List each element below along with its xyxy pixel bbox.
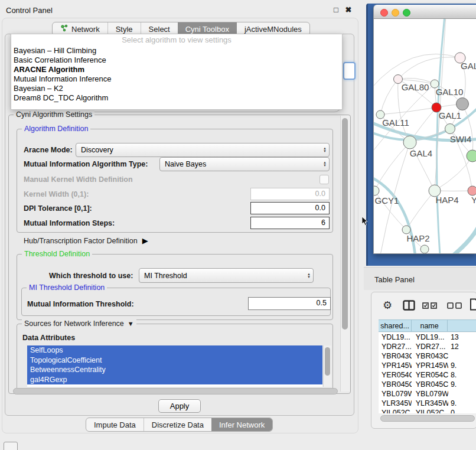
which-threshold-combo[interactable]: MI Threshold ▲▼	[139, 268, 314, 283]
list-item[interactable]: BetweennessCentrality	[27, 365, 322, 375]
close-window-icon[interactable]	[380, 9, 388, 17]
table-panel-bar: Table Panel	[364, 267, 476, 290]
network-node[interactable]	[402, 226, 410, 234]
algorithm-option-selected[interactable]: ARACNE Algorithm	[11, 65, 342, 74]
float-panel-button[interactable]: □	[331, 5, 341, 15]
control-panel-titlebar: Control Panel □ ✖	[0, 0, 360, 18]
network-node[interactable]	[468, 186, 476, 195]
network-edge[interactable]	[406, 191, 435, 230]
algorithm-option[interactable]: Basic Correlation Inference	[11, 56, 342, 65]
network-node-label: Y	[471, 195, 476, 205]
column-header-third[interactable]	[448, 319, 476, 332]
table-header-row: shared... name	[379, 319, 476, 332]
new-table-icon[interactable]	[470, 298, 476, 312]
network-canvas-container: GALGAL80GAL10GAL1GAL11SWI4GAL4GCY1HAP4YH…	[373, 19, 476, 254]
deselect-all-checkboxes-icon[interactable]	[447, 302, 462, 311]
hub-definition-expander[interactable]: Hub/Transcription Factor Definition ▶	[24, 236, 148, 245]
list-vscrollbar[interactable]	[323, 345, 331, 387]
kernel-width-field[interactable]: 0.0	[250, 188, 330, 200]
network-node[interactable]	[374, 186, 379, 195]
mi-threshold-field[interactable]: 0.5	[248, 297, 331, 310]
threshold-definition-title: Threshold Definition	[22, 250, 92, 258]
table-cell: 9.	[448, 399, 476, 408]
network-node[interactable]	[445, 124, 455, 134]
algorithm-option[interactable]: Mutual Information Inference	[11, 74, 342, 84]
algorithm-option[interactable]: Bayesian – K2	[11, 84, 342, 93]
network-node-label: GAL80	[402, 82, 429, 92]
mi-type-combo[interactable]: Naive Bayes ▲▼	[159, 157, 330, 171]
table-row[interactable]: YBR043CYBR043C	[379, 351, 476, 361]
minimize-window-icon[interactable]	[392, 9, 399, 17]
list-item[interactable]: TopologicalCoefficient	[27, 356, 322, 366]
network-node[interactable]	[467, 150, 476, 162]
list-item[interactable]: gal4RGexp	[27, 375, 322, 385]
panel-grip-button[interactable]	[4, 442, 18, 450]
table-row[interactable]: YDR27...YDR27...12	[379, 342, 476, 351]
network-window-titlebar[interactable]	[373, 5, 476, 19]
network-canvas[interactable]: GALGAL80GAL10GAL1GAL11SWI4GAL4GCY1HAP4YH…	[374, 19, 476, 253]
table-row[interactable]: YBR045CYBR045C9.	[379, 380, 476, 389]
mi-steps-field[interactable]: 6	[250, 217, 330, 229]
table-cell: YDL19...	[412, 332, 448, 342]
network-node-label: GAL	[461, 61, 476, 71]
dpi-tolerance-field[interactable]: 0.0	[250, 202, 330, 214]
network-node[interactable]	[457, 98, 469, 110]
settings-vscrollbar-thumb[interactable]	[342, 118, 348, 330]
tab-discretize-data[interactable]: Discretize Data	[144, 418, 211, 431]
table-panel-title: Table Panel	[374, 275, 415, 284]
table-cell: YDL19...	[379, 332, 412, 342]
manual-kernel-checkbox[interactable]	[319, 175, 329, 184]
network-edge[interactable]	[462, 104, 473, 156]
sources-group-title: Sources for Network Inference ▼	[22, 319, 136, 328]
table-row[interactable]: YDL19...YDL19...13	[379, 332, 476, 342]
split-columns-icon[interactable]	[403, 300, 415, 312]
network-node-label: GAL1	[439, 110, 461, 120]
apply-button[interactable]: Apply	[158, 399, 201, 413]
zoom-window-icon[interactable]	[403, 9, 410, 17]
column-header-shared[interactable]: shared...	[379, 319, 412, 332]
data-attributes-label: Data Attributes	[22, 334, 75, 342]
table-hscrollbar-thumb[interactable]	[380, 415, 475, 422]
settings-hscrollbar-thumb[interactable]	[13, 388, 338, 394]
table-panel-window: ⚙ shar	[371, 292, 476, 429]
network-node-label: GCY1	[375, 195, 399, 206]
network-edge[interactable]	[454, 224, 476, 253]
table-row[interactable]: YBL079WYBL079W	[379, 389, 476, 399]
collapse-arrow-icon[interactable]: ▼	[128, 320, 134, 327]
mi-threshold-group-title: MI Threshold Definition	[27, 283, 107, 292]
select-all-checkboxes-icon[interactable]	[422, 302, 438, 311]
gear-icon[interactable]: ⚙	[383, 299, 392, 312]
table-row[interactable]: YER054CYER054C8.	[379, 370, 476, 380]
manual-kernel-label: Manual Kernel Width Definition	[24, 175, 133, 184]
network-edge[interactable]	[435, 156, 472, 191]
settings-vscrollbar[interactable]	[340, 116, 350, 392]
data-attributes-list[interactable]: SelfLoops TopologicalCoefficient Between…	[27, 345, 322, 387]
network-edge[interactable]	[380, 107, 436, 115]
table-cell: YIL052C	[379, 408, 412, 413]
table-cell: YER054C	[379, 370, 412, 380]
table-row[interactable]: YLR345WYLR345W9.	[379, 399, 476, 408]
list-vscrollbar-thumb[interactable]	[325, 347, 330, 376]
algorithm-option[interactable]: Bayesian – Hill Climbing	[11, 46, 342, 56]
tab-impute-data[interactable]: Impute Data	[86, 418, 144, 431]
network-node[interactable]	[420, 245, 429, 253]
list-item[interactable]: SelfLoops	[27, 345, 322, 356]
tab-infer-network[interactable]: Infer Network	[211, 418, 272, 431]
aracne-mode-combo[interactable]: Discovery ▲▼	[76, 143, 330, 157]
table-cell: 0.	[448, 408, 476, 413]
table-cell: 13	[448, 332, 476, 342]
column-header-name[interactable]: name	[412, 319, 448, 332]
algorithm-option[interactable]: Dream8 DC_TDC Algorithm	[11, 93, 342, 103]
table-cell	[448, 351, 476, 361]
table-cell: YDR27...	[412, 342, 448, 351]
close-panel-button[interactable]: ✖	[344, 5, 353, 15]
network-edge[interactable]	[398, 57, 460, 79]
cyni-bottom-tabs: Impute Data Discretize Data Infer Networ…	[86, 418, 273, 432]
network-node[interactable]	[403, 136, 416, 149]
expander-arrow-icon: ▶	[142, 236, 148, 245]
table-row[interactable]: YPR145WYPR145W9.	[379, 361, 476, 370]
table-cell: YER054C	[412, 370, 448, 380]
table-row[interactable]: YIL052CYIL052C0.	[379, 408, 476, 413]
network-edge[interactable]	[380, 79, 398, 115]
kernel-width-label: Kernel Width (0,1):	[24, 190, 89, 198]
